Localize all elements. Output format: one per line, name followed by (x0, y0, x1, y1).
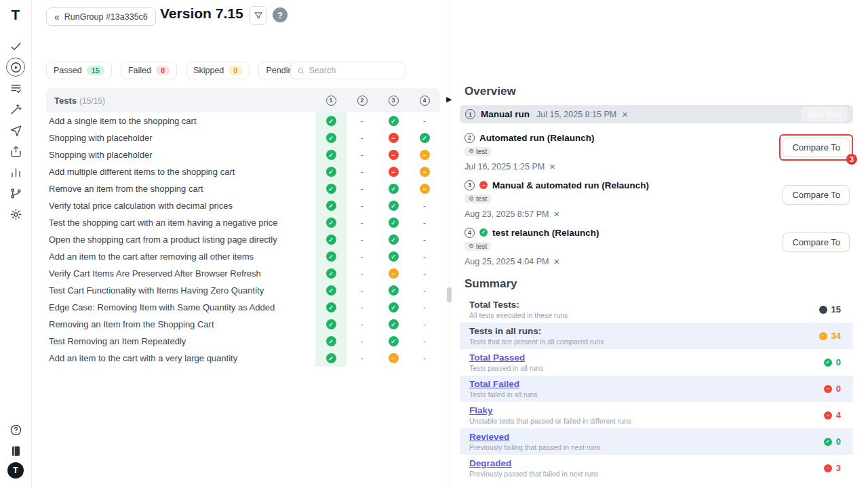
sidebar-item-docs[interactable] (6, 441, 25, 460)
help-icon[interactable]: ? (273, 7, 288, 22)
test-row[interactable]: Removing an Item from the Shopping Cart✓… (46, 316, 440, 333)
test-row[interactable]: Remove an item from the shopping cart✓-✓… (46, 180, 440, 197)
summary-value-icon: ✓ (824, 438, 832, 446)
status-cell: ✓ (378, 299, 409, 316)
filter-pill-passed[interactable]: Passed15 (46, 62, 112, 79)
close-icon[interactable]: × (622, 109, 628, 119)
status-cell: ✓ (315, 180, 347, 197)
test-row[interactable]: Add multiple different items to the shop… (46, 163, 440, 180)
sidebar-item-branch[interactable] (6, 184, 25, 203)
test-row[interactable]: Test Cart Functionality with Items Havin… (46, 282, 440, 299)
filter-pill-label: Skipped (193, 66, 224, 75)
test-name: Test the shopping cart with an item havi… (46, 218, 315, 228)
tests-table-title: Tests(15/15) (46, 96, 315, 106)
status-cell: - (347, 146, 378, 163)
test-name: Removing an Item from the Shopping Cart (46, 319, 315, 329)
status-cell: ✓ (378, 316, 409, 333)
close-icon[interactable]: × (553, 256, 559, 266)
test-row[interactable]: Add a single item to the shopping cart✓-… (46, 113, 440, 129)
test-row[interactable]: Test the shopping cart with an item havi… (46, 214, 440, 231)
close-icon[interactable]: × (553, 209, 559, 219)
run-tag-chip: ⚙test (465, 242, 491, 251)
close-icon[interactable]: × (549, 161, 555, 171)
summary-value: 15 (819, 304, 841, 314)
run-tag-label: test (476, 148, 487, 155)
passed-status-icon: ✓ (479, 228, 488, 237)
check-icon (9, 40, 22, 53)
filter-button[interactable] (249, 6, 267, 25)
passed-status-icon: ✓ (420, 133, 430, 143)
compare-to-button[interactable]: Compare To (783, 138, 850, 157)
test-name: Test Removing an Item Repeatedly (46, 336, 315, 346)
search-input[interactable] (309, 66, 399, 75)
test-row[interactable]: Open the shopping cart from a product li… (46, 231, 440, 248)
app-logo[interactable]: T (12, 7, 20, 23)
passed-status-icon: ✓ (389, 251, 399, 262)
filter-pill-failed[interactable]: Failed0 (121, 62, 177, 79)
wand-icon (9, 103, 22, 116)
sidebar-item-help[interactable] (6, 420, 25, 439)
passed-status-icon: ✓ (389, 302, 399, 312)
sidebar-item-analytics[interactable] (6, 163, 25, 182)
summary-value: −3 (824, 463, 841, 473)
status-cell: ✓ (315, 299, 347, 316)
summary-item: DegradedPreviously passed that failed in… (469, 458, 824, 478)
test-row[interactable]: Edge Case: Removing Item with Same Quant… (46, 299, 440, 316)
test-row[interactable]: Shopping with placeholder✓-−✓ (46, 129, 440, 146)
compare-to-button[interactable]: Compare To (783, 232, 850, 252)
summary-link[interactable]: Degraded (469, 458, 511, 468)
no-result-dash: - (361, 117, 363, 126)
status-cell: ✓ (378, 180, 409, 197)
status-cell: - (409, 113, 440, 129)
test-row[interactable]: Verify total price calculation with deci… (46, 197, 440, 214)
filter-pill-skipped[interactable]: Skipped0 (186, 62, 250, 79)
sidebar-item-results[interactable] (6, 79, 25, 98)
summary-link[interactable]: Revieved (469, 432, 509, 442)
no-result-dash: - (423, 201, 426, 211)
user-avatar[interactable]: T (7, 462, 24, 479)
status-cell: ✓ (315, 231, 347, 248)
summary-link[interactable]: Total Passed (469, 352, 525, 363)
collapse-panel-arrow[interactable]: ▶ (446, 95, 452, 104)
no-result-dash: - (361, 167, 363, 177)
selected-run-row[interactable]: 1Manual runJul 15, 2025 8:15 PM×New Run (460, 105, 853, 123)
summary-value-icon (819, 306, 827, 314)
search-box[interactable] (290, 62, 406, 79)
sidebar-item-settings[interactable] (6, 205, 25, 224)
summary-link[interactable]: Total Failed (469, 379, 519, 389)
new-run-button[interactable]: New Run (801, 107, 848, 122)
test-row[interactable]: Add an item to the cart after removing a… (46, 248, 440, 265)
test-row[interactable]: Add an item to the cart with a very larg… (46, 350, 440, 367)
sidebar-item-runs[interactable] (6, 58, 25, 77)
test-name: Verify Cart Items Are Preserved After Br… (46, 268, 315, 279)
status-cell: - (347, 231, 378, 248)
no-result-dash: - (423, 218, 426, 228)
test-row[interactable]: Shopping with placeholder✓-−− (46, 146, 440, 163)
passed-status-icon: ✓ (326, 353, 336, 363)
no-result-dash: - (361, 252, 363, 262)
summary-link[interactable]: Flaky (469, 405, 493, 415)
sidebar-item-export[interactable] (6, 142, 25, 161)
test-row[interactable]: Test Removing an Item Repeatedly✓-✓- (46, 333, 440, 350)
summary-row: Total PassedTests passed in all runs✓0 (460, 349, 853, 375)
summary-row: FlakyUnstable tests that passed or faile… (460, 402, 853, 428)
test-name: Add multiple different items to the shop… (46, 167, 315, 177)
no-result-dash: - (423, 235, 426, 245)
scrollbar-thumb[interactable] (447, 287, 452, 302)
summary-count: 0 (836, 357, 841, 367)
sidebar-item-send[interactable] (6, 121, 25, 140)
column-header-run-2: 2 (347, 88, 378, 113)
back-to-rungroup-button[interactable]: « RunGroup #13a335c6 (46, 7, 156, 26)
summary-value: −4 (824, 410, 841, 420)
run-date: Jul 16, 2025 1:25 PM (465, 162, 545, 171)
sidebar-item-wand[interactable] (6, 100, 25, 119)
run-tag-chip: ⚙test (465, 195, 491, 203)
column-header-run-4: 4 (409, 88, 440, 113)
analytics-icon (9, 166, 22, 179)
skipped-status-icon: − (389, 353, 399, 363)
summary-value-icon: − (824, 385, 832, 393)
compare-to-button[interactable]: Compare To (783, 185, 850, 205)
test-row[interactable]: Verify Cart Items Are Preserved After Br… (46, 265, 440, 282)
no-result-dash: - (423, 286, 426, 296)
sidebar-item-check[interactable] (6, 37, 25, 56)
